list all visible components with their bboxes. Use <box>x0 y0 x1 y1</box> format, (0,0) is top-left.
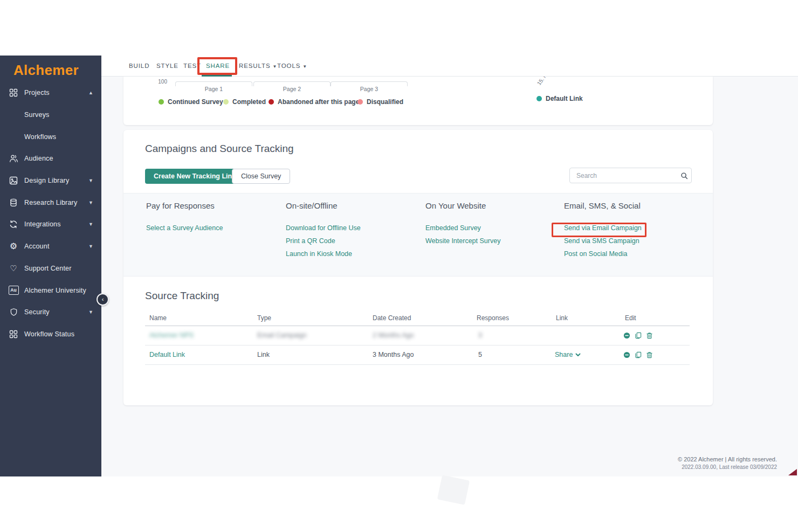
disable-link-icon[interactable] <box>623 332 630 339</box>
legend-item-continued-survey: Continued Survey <box>159 98 223 106</box>
au-badge-icon: Au <box>8 286 19 295</box>
disable-link-icon[interactable] <box>623 351 630 358</box>
row-responses: 3 <box>478 326 482 345</box>
row-share-dropdown[interactable]: Share <box>555 345 581 364</box>
sidebar-nav: Projects ▲ Surveys Workflows Audience De… <box>0 82 101 345</box>
sidebar-item-workflows[interactable]: Workflows <box>0 126 101 148</box>
tab-tools[interactable]: TOOLS▼ <box>277 56 307 76</box>
row-name-link[interactable]: Alchemer NPS <box>149 326 194 345</box>
grid-icon <box>8 88 19 97</box>
chevron-down-icon: ▼ <box>88 244 93 249</box>
page-label: Page 2 <box>253 86 331 92</box>
people-icon <box>8 154 19 163</box>
sidebar-item-alchemer-university[interactable]: Au Alchemer University <box>0 279 101 301</box>
cursor-artifact <box>788 469 797 475</box>
sidebar-item-integrations[interactable]: Integrations ▼ <box>0 213 101 236</box>
chevron-down-icon: ▼ <box>88 178 93 183</box>
footer-release: 2022.03.09.00, Last release 03/09/2022 <box>678 464 777 470</box>
legend-dot <box>223 99 229 105</box>
column-pay-for-responses: Pay for Responses Select a Survey Audien… <box>146 201 223 237</box>
col-header-responses: Responses <box>477 314 509 322</box>
page-label: Page 3 <box>331 86 408 92</box>
campaigns-title: Campaigns and Source Tracking <box>145 143 294 155</box>
sidebar-item-label: Surveys <box>24 111 50 119</box>
tab-style[interactable]: STYLE <box>156 56 178 76</box>
tab-results[interactable]: RESULTS▼ <box>239 56 277 76</box>
sidebar-item-workflow-status[interactable]: Workflow Status <box>0 323 101 346</box>
create-tracking-link-button[interactable]: Create New Tracking Link <box>145 169 244 184</box>
legend-dot <box>159 99 164 105</box>
chart-card: 100 Page 1 Page 2 Page 3 Continued Surve… <box>123 76 713 125</box>
row-date-created: 2 Months Ago <box>373 326 414 345</box>
email-campaign-highlight-box <box>552 223 646 237</box>
tab-build[interactable]: BUILD <box>129 56 149 76</box>
link-website-intercept-survey[interactable]: Website Intercept Survey <box>425 237 500 245</box>
chevron-up-icon: ▲ <box>88 90 93 95</box>
column-title: Email, SMS, & Social <box>564 201 642 210</box>
row-name-link[interactable]: Default Link <box>149 345 185 364</box>
trash-icon[interactable] <box>646 351 653 358</box>
column-title: On-site/Offline <box>286 201 361 210</box>
row-responses: 5 <box>478 345 482 364</box>
sidebar-item-label: Integrations <box>24 220 61 228</box>
row-date-created: 3 Months Ago <box>373 345 414 364</box>
source-tracking-title: Source Tracking <box>145 290 219 302</box>
link-post-social-media[interactable]: Post on Social Media <box>564 250 642 258</box>
col-header-type: Type <box>257 314 271 322</box>
chevron-down-icon: ▼ <box>88 309 93 315</box>
legend-item-disqualified: Disqualified <box>357 98 403 106</box>
sidebar-item-label: Workflow Status <box>24 330 74 338</box>
sidebar-item-research-library[interactable]: Research Library ▼ <box>0 191 101 213</box>
chevron-down-icon: ▼ <box>302 64 307 69</box>
link-launch-kiosk-mode[interactable]: Launch in Kiosk Mode <box>286 250 361 258</box>
sidebar-item-projects[interactable]: Projects ▲ <box>0 82 101 104</box>
col-header-name: Name <box>149 314 167 322</box>
search-icon[interactable] <box>677 172 691 179</box>
sidebar-item-label: Research Library <box>24 199 77 206</box>
sidebar-item-security[interactable]: Security ▼ <box>0 301 101 323</box>
campaigns-card: Campaigns and Source Tracking Create New… <box>123 130 713 405</box>
sync-icon <box>8 220 19 229</box>
close-survey-button[interactable]: Close Survey <box>232 169 290 184</box>
database-icon <box>8 198 19 207</box>
chevron-down-icon: ▼ <box>88 222 93 227</box>
sidebar-item-support-center[interactable]: ♡ Support Center <box>0 258 101 280</box>
sidebar-item-label: Security <box>24 308 50 316</box>
link-select-survey-audience[interactable]: Select a Survey Audience <box>146 224 223 232</box>
legend-item-default-link: Default Link <box>536 95 583 102</box>
sidebar: Alchemer Projects ▲ Surveys Workflows Au… <box>0 56 101 476</box>
col-header-edit: Edit <box>625 314 636 322</box>
shield-icon <box>8 308 19 316</box>
trash-icon[interactable] <box>646 332 653 339</box>
background-artifact <box>437 475 470 505</box>
share-tab-active-underline <box>202 75 232 77</box>
page-label: Page 1 <box>175 86 252 92</box>
sidebar-item-account[interactable]: ⚙ Account ▼ <box>0 236 101 258</box>
link-embedded-survey[interactable]: Embedded Survey <box>425 224 500 232</box>
link-send-sms-campaign[interactable]: Send via SMS Campaign <box>564 237 642 245</box>
gear-icon: ⚙ <box>8 242 19 251</box>
chevron-down-icon <box>575 353 581 357</box>
column-on-your-website: On Your Website Embedded Survey Website … <box>425 201 500 250</box>
search-input[interactable] <box>570 172 677 179</box>
table-header-row: Name Type Date Created Responses Link Ed… <box>145 314 690 326</box>
column-onsite-offline: On-site/Offline Download for Offline Use… <box>286 201 361 263</box>
sidebar-item-label: Support Center <box>24 265 72 272</box>
sidebar-collapse-button[interactable]: ‹ <box>97 293 109 306</box>
image-icon <box>8 176 19 185</box>
col-header-date-created: Date Created <box>373 314 411 322</box>
copy-icon[interactable] <box>635 351 642 358</box>
sidebar-item-design-library[interactable]: Design Library ▼ <box>0 170 101 192</box>
sidebar-item-label: Account <box>24 243 50 250</box>
link-print-qr-code[interactable]: Print a QR Code <box>286 237 361 245</box>
sidebar-item-surveys[interactable]: Surveys <box>0 104 101 126</box>
heart-icon: ♡ <box>8 264 19 272</box>
sidebar-item-label: Alchemer University <box>24 287 86 294</box>
chevron-down-icon: ▼ <box>88 200 93 205</box>
link-download-offline-use[interactable]: Download for Offline Use <box>286 224 361 232</box>
row-edit-actions <box>623 326 653 345</box>
copy-icon[interactable] <box>635 332 642 339</box>
legend-dot <box>536 96 542 101</box>
row-edit-actions <box>623 345 653 364</box>
sidebar-item-audience[interactable]: Audience <box>0 148 101 170</box>
